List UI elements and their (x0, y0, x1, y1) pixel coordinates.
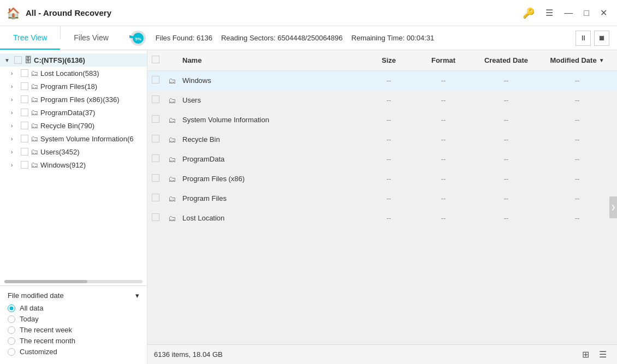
tree-checkbox-0[interactable] (21, 69, 28, 77)
filter-option[interactable]: Today (8, 315, 139, 323)
collapse-handle[interactable]: ❯ (609, 196, 617, 218)
tree-item[interactable]: › 🗂 System Volume Information(6 (0, 132, 147, 145)
tree-label-6: Users(3452) (40, 148, 80, 156)
row-icon-2: 🗂 (168, 116, 182, 124)
row-size-4: -- (361, 155, 416, 163)
row-icon-3: 🗂 (168, 135, 182, 144)
tree-label-3: ProgramData(37) (40, 109, 95, 117)
tree-checkbox-root[interactable] (14, 56, 22, 64)
header-created-date[interactable]: Created Date (471, 56, 542, 64)
row-check-1 (152, 96, 168, 105)
row-name-0: Windows (182, 76, 361, 85)
window-controls: 🔑 ☰ — □ ✕ (519, 5, 610, 21)
tree-item[interactable]: › 🗂 Program Files(18) (0, 80, 147, 93)
tab-tree-view[interactable]: Tree View (0, 26, 60, 50)
row-modified-5: -- (542, 175, 613, 183)
stop-button[interactable]: ⏹ (594, 31, 609, 46)
tree-checkbox-3[interactable] (21, 109, 28, 116)
filter-option[interactable]: Customized (8, 348, 139, 356)
tree-label-7: Windows(912) (40, 161, 86, 169)
tree-item[interactable]: › 🗂 Recycle Bin(790) (0, 119, 147, 132)
pause-button[interactable]: ⏸ (576, 31, 591, 46)
header-format[interactable]: Format (416, 56, 471, 64)
tree-arrow-4: › (11, 123, 19, 129)
filter-title[interactable]: File modified date ▾ (8, 291, 139, 300)
radio-4[interactable] (8, 348, 15, 356)
tab-files-view[interactable]: Files View (61, 26, 122, 50)
row-icon-7: 🗂 (168, 214, 182, 223)
tree-checkbox-5[interactable] (21, 135, 28, 142)
row-checkbox-2[interactable] (152, 115, 159, 123)
row-format-1: -- (416, 96, 471, 104)
header-modified-date[interactable]: Modified Date ▼ (542, 56, 613, 64)
table-row[interactable]: 🗂 Lost Location -- -- -- -- (147, 208, 617, 228)
row-check-5 (152, 174, 168, 183)
row-name-5: Program Files (x86) (182, 175, 361, 183)
tree-items: › 🗂 Lost Location(583) › 🗂 Program Files… (0, 67, 147, 171)
row-format-2: -- (416, 116, 471, 124)
root-folder-icon: 🗄 (24, 56, 32, 64)
tree-arrow-0: › (11, 70, 19, 76)
row-checkbox-5[interactable] (152, 174, 159, 182)
tree-checkbox-7[interactable] (21, 161, 28, 169)
table-row[interactable]: 🗂 Recycle Bin -- -- -- -- (147, 130, 617, 150)
filter-chevron-icon: ▾ (135, 291, 139, 300)
row-checkbox-4[interactable] (152, 154, 159, 162)
list-view-button[interactable]: ☰ (595, 347, 610, 362)
filter-option-label-3: The recent month (20, 337, 75, 345)
tree-arrow-3: › (11, 110, 19, 116)
folder-icon-6: 🗂 (31, 147, 38, 156)
table-row[interactable]: 🗂 Users -- -- -- -- (147, 91, 617, 110)
svg-text:5%: 5% (135, 37, 141, 41)
radio-3[interactable] (8, 337, 15, 345)
tree-checkbox-6[interactable] (21, 148, 28, 156)
maximize-button[interactable]: □ (580, 6, 592, 20)
tree-root[interactable]: ▼ 🗄 C:(NTFS)(6136) (0, 53, 147, 67)
key-icon[interactable]: 🔑 (519, 5, 538, 21)
tree-item[interactable]: › 🗂 Program Files (x86)(336) (0, 93, 147, 106)
row-modified-4: -- (542, 155, 613, 163)
row-format-6: -- (416, 194, 471, 202)
filter-option[interactable]: The recent month (8, 337, 139, 345)
filter-option[interactable]: The recent week (8, 326, 139, 334)
table-body: 🗂 Windows -- -- -- -- 🗂 Users -- -- -- -… (147, 71, 617, 344)
table-row[interactable]: 🗂 System Volume Information -- -- -- -- (147, 110, 617, 130)
row-checkbox-6[interactable] (152, 194, 159, 201)
table-row[interactable]: 🗂 ProgramData -- -- -- -- (147, 150, 617, 169)
row-checkbox-1[interactable] (152, 96, 159, 103)
menu-icon[interactable]: ☰ (542, 5, 556, 20)
tree-checkbox-1[interactable] (21, 82, 28, 90)
status-items-info: 6136 items, 18.04 GB (154, 350, 578, 359)
tree-root-label: C:(NTFS)(6136) (34, 56, 85, 64)
row-checkbox-7[interactable] (152, 213, 159, 221)
tree-checkbox-2[interactable] (21, 96, 28, 103)
row-check-6 (152, 194, 168, 203)
radio-1[interactable] (8, 315, 15, 323)
row-checkbox-3[interactable] (152, 135, 159, 142)
minimize-button[interactable]: — (561, 6, 576, 20)
folder-icon-5: 🗂 (31, 134, 38, 143)
tree-item[interactable]: › 🗂 Users(3452) (0, 145, 147, 158)
tree-item[interactable]: › 🗂 Windows(912) (0, 158, 147, 171)
tree-checkbox-4[interactable] (21, 122, 28, 129)
row-size-0: -- (361, 76, 416, 85)
header-size[interactable]: Size (361, 56, 416, 64)
radio-2[interactable] (8, 326, 15, 334)
row-modified-3: -- (542, 135, 613, 144)
table-row[interactable]: 🗂 Windows -- -- -- -- (147, 71, 617, 91)
table-row[interactable]: 🗂 Program Files -- -- -- -- (147, 189, 617, 208)
row-checkbox-0[interactable] (152, 76, 159, 83)
row-name-3: Recycle Bin (182, 135, 361, 144)
tree-item[interactable]: › 🗂 Lost Location(583) (0, 67, 147, 80)
filter-option[interactable]: All data (8, 304, 139, 312)
row-modified-2: -- (542, 116, 613, 124)
row-folder-icon-6: 🗂 (168, 194, 176, 203)
grid-view-button[interactable]: ⊞ (578, 347, 593, 362)
close-button[interactable]: ✕ (597, 5, 610, 20)
header-name[interactable]: Name (182, 56, 361, 64)
header-checkbox[interactable] (152, 56, 159, 63)
radio-0[interactable] (8, 305, 15, 312)
table-row[interactable]: 🗂 Program Files (x86) -- -- -- -- (147, 169, 617, 189)
tree-label-1: Program Files(18) (40, 82, 97, 91)
tree-item[interactable]: › 🗂 ProgramData(37) (0, 106, 147, 119)
